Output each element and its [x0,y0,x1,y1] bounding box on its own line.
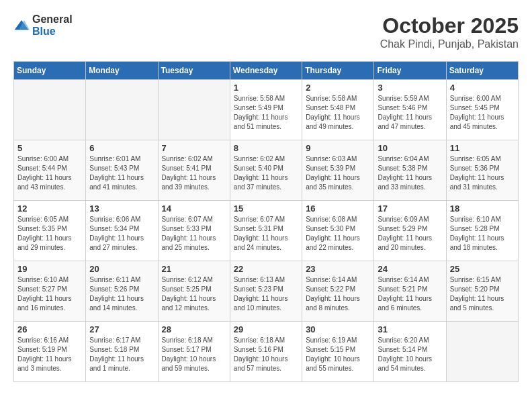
day-info: Sunrise: 6:08 AMSunset: 5:30 PMDaylight:… [306,215,370,253]
calendar-cell: 12Sunrise: 6:05 AMSunset: 5:35 PMDayligh… [14,201,86,261]
day-number: 23 [306,264,370,274]
calendar-body: 1Sunrise: 5:58 AMSunset: 5:49 PMDaylight… [14,80,519,382]
calendar-cell: 23Sunrise: 6:14 AMSunset: 5:22 PMDayligh… [302,261,374,322]
calendar-cell: 1Sunrise: 5:58 AMSunset: 5:49 PMDaylight… [230,80,302,140]
day-info: Sunrise: 6:02 AMSunset: 5:41 PMDaylight:… [162,154,226,192]
calendar-cell: 8Sunrise: 6:02 AMSunset: 5:40 PMDaylight… [230,140,302,201]
calendar-title: October 2025 [380,13,519,38]
day-number: 7 [162,143,226,153]
day-number: 30 [306,324,370,334]
day-info: Sunrise: 6:15 AMSunset: 5:20 PMDaylight:… [450,275,515,313]
day-number: 17 [378,203,442,214]
day-number: 24 [378,264,442,274]
day-info: Sunrise: 6:19 AMSunset: 5:15 PMDaylight:… [306,336,370,373]
calendar-cell: 3Sunrise: 5:59 AMSunset: 5:46 PMDaylight… [374,80,446,140]
calendar-cell: 28Sunrise: 6:18 AMSunset: 5:17 PMDayligh… [158,322,230,382]
day-number: 22 [234,264,298,274]
calendar-cell: 13Sunrise: 6:06 AMSunset: 5:34 PMDayligh… [86,201,158,261]
day-info: Sunrise: 6:09 AMSunset: 5:29 PMDaylight:… [378,215,442,253]
day-info: Sunrise: 6:20 AMSunset: 5:14 PMDaylight:… [378,336,442,373]
day-of-week-header: Wednesday [230,62,302,80]
calendar-week-row: 12Sunrise: 6:05 AMSunset: 5:35 PMDayligh… [14,201,519,261]
day-number: 19 [17,264,82,274]
calendar-cell: 24Sunrise: 6:14 AMSunset: 5:21 PMDayligh… [374,261,446,322]
calendar-cell: 7Sunrise: 6:02 AMSunset: 5:41 PMDaylight… [158,140,230,201]
day-number: 15 [234,203,298,214]
day-number: 31 [378,324,442,334]
calendar-subtitle: Chak Pindi, Punjab, Pakistan [380,38,519,50]
calendar-cell: 26Sunrise: 6:16 AMSunset: 5:19 PMDayligh… [14,322,86,382]
logo: General Blue [13,13,73,38]
day-info: Sunrise: 5:58 AMSunset: 5:49 PMDaylight:… [234,94,298,132]
day-info: Sunrise: 6:12 AMSunset: 5:25 PMDaylight:… [162,275,226,313]
day-number: 14 [162,203,226,214]
day-number: 6 [89,143,154,153]
day-info: Sunrise: 6:01 AMSunset: 5:43 PMDaylight:… [89,154,154,192]
calendar-cell: 29Sunrise: 6:18 AMSunset: 5:16 PMDayligh… [230,322,302,382]
day-info: Sunrise: 6:06 AMSunset: 5:34 PMDaylight:… [89,215,154,253]
day-of-week-header: Saturday [446,62,518,80]
day-of-week-header: Friday [374,62,446,80]
calendar-header: SundayMondayTuesdayWednesdayThursdayFrid… [14,62,519,80]
day-of-week-header: Thursday [302,62,374,80]
calendar-cell: 2Sunrise: 5:58 AMSunset: 5:48 PMDaylight… [302,80,374,140]
calendar-cell: 11Sunrise: 6:05 AMSunset: 5:36 PMDayligh… [446,140,518,201]
day-number: 29 [234,324,298,334]
day-of-week-header: Tuesday [158,62,230,80]
day-info: Sunrise: 6:05 AMSunset: 5:35 PMDaylight:… [17,215,82,253]
day-info: Sunrise: 5:58 AMSunset: 5:48 PMDaylight:… [306,94,370,132]
day-info: Sunrise: 6:14 AMSunset: 5:21 PMDaylight:… [378,275,442,313]
day-info: Sunrise: 6:00 AMSunset: 5:44 PMDaylight:… [17,154,82,192]
logo-general: General [32,13,73,25]
day-number: 4 [450,83,515,93]
calendar-week-row: 1Sunrise: 5:58 AMSunset: 5:49 PMDaylight… [14,80,519,140]
day-info: Sunrise: 6:18 AMSunset: 5:16 PMDaylight:… [234,336,298,373]
calendar-week-row: 26Sunrise: 6:16 AMSunset: 5:19 PMDayligh… [14,322,519,382]
calendar-cell [86,80,158,140]
calendar-cell [14,80,86,140]
day-info: Sunrise: 6:05 AMSunset: 5:36 PMDaylight:… [450,154,515,192]
page-header: General Blue October 2025 Chak Pindi, Pu… [13,13,519,50]
calendar-cell: 10Sunrise: 6:04 AMSunset: 5:38 PMDayligh… [374,140,446,201]
day-of-week-header: Sunday [14,62,86,80]
calendar-cell: 18Sunrise: 6:10 AMSunset: 5:28 PMDayligh… [446,201,518,261]
day-number: 25 [450,264,515,274]
day-info: Sunrise: 6:13 AMSunset: 5:23 PMDaylight:… [234,275,298,313]
day-info: Sunrise: 6:02 AMSunset: 5:40 PMDaylight:… [234,154,298,192]
day-number: 28 [162,324,226,334]
calendar-cell: 19Sunrise: 6:10 AMSunset: 5:27 PMDayligh… [14,261,86,322]
day-number: 1 [234,83,298,93]
calendar-cell: 22Sunrise: 6:13 AMSunset: 5:23 PMDayligh… [230,261,302,322]
day-info: Sunrise: 6:18 AMSunset: 5:17 PMDaylight:… [162,336,226,373]
day-number: 3 [378,83,442,93]
day-number: 8 [234,143,298,153]
day-number: 11 [450,143,515,153]
calendar-cell: 20Sunrise: 6:11 AMSunset: 5:26 PMDayligh… [86,261,158,322]
calendar-cell: 17Sunrise: 6:09 AMSunset: 5:29 PMDayligh… [374,201,446,261]
day-info: Sunrise: 6:07 AMSunset: 5:33 PMDaylight:… [162,215,226,253]
day-number: 2 [306,83,370,93]
day-info: Sunrise: 6:17 AMSunset: 5:18 PMDaylight:… [89,336,154,373]
calendar-cell: 9Sunrise: 6:03 AMSunset: 5:39 PMDaylight… [302,140,374,201]
day-info: Sunrise: 6:16 AMSunset: 5:19 PMDaylight:… [17,336,82,373]
day-info: Sunrise: 6:07 AMSunset: 5:31 PMDaylight:… [234,215,298,253]
calendar-cell: 4Sunrise: 6:00 AMSunset: 5:45 PMDaylight… [446,80,518,140]
day-info: Sunrise: 5:59 AMSunset: 5:46 PMDaylight:… [378,94,442,132]
calendar-cell: 30Sunrise: 6:19 AMSunset: 5:15 PMDayligh… [302,322,374,382]
day-number: 21 [162,264,226,274]
day-number: 26 [17,324,82,334]
day-info: Sunrise: 6:14 AMSunset: 5:22 PMDaylight:… [306,275,370,313]
day-number: 12 [17,203,82,214]
logo-blue: Blue [32,26,56,37]
days-of-week-row: SundayMondayTuesdayWednesdayThursdayFrid… [14,62,519,80]
day-number: 18 [450,203,515,214]
day-number: 10 [378,143,442,153]
logo-icon [13,19,30,32]
day-info: Sunrise: 6:04 AMSunset: 5:38 PMDaylight:… [378,154,442,192]
day-info: Sunrise: 6:11 AMSunset: 5:26 PMDaylight:… [89,275,154,313]
calendar-cell: 6Sunrise: 6:01 AMSunset: 5:43 PMDaylight… [86,140,158,201]
calendar-cell [158,80,230,140]
calendar-cell: 27Sunrise: 6:17 AMSunset: 5:18 PMDayligh… [86,322,158,382]
calendar-cell: 5Sunrise: 6:00 AMSunset: 5:44 PMDaylight… [14,140,86,201]
calendar-cell [446,322,518,382]
